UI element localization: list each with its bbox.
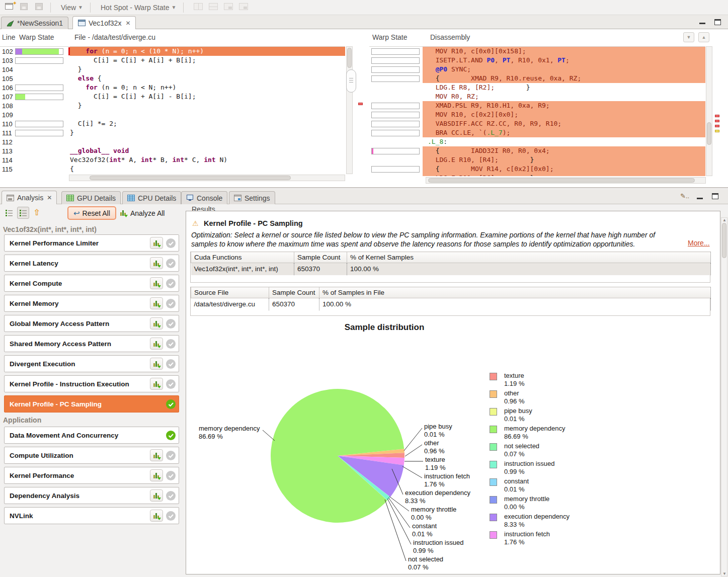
source-line-102[interactable]: 102 for (n = 0; n < (10 * N); n++) [0, 47, 345, 56]
reset-all-button[interactable]: ↩ Reset All [67, 206, 116, 220]
disasm-vscrollbar[interactable] [706, 46, 712, 176]
run-analysis-button[interactable] [150, 338, 163, 350]
tab-analysis[interactable]: Analysis ✕ [2, 191, 57, 204]
disasm-row[interactable]: MOV R0, RZ; [369, 92, 705, 101]
disasm-row[interactable]: VABSDIFF.ACC RZ.CC, R0, R9, R10; [369, 119, 705, 128]
view-menu[interactable]: View [61, 4, 76, 12]
column-header[interactable]: % of Samples in File [319, 287, 711, 298]
table-row[interactable]: /data/test/diverge.cu650370100.00 % [191, 298, 711, 310]
disasm-row[interactable]: MOV R10, c[0x2][0x0]; [369, 110, 705, 119]
split-vertical-icon[interactable] [194, 3, 204, 12]
source-line-111[interactable]: 111} [0, 128, 345, 137]
column-header[interactable]: Source File [191, 287, 269, 298]
source-line-106[interactable]: 106 for (n = 0; n < N; n++) [0, 83, 345, 92]
analysis-item-kernel-profile-pc-sampling[interactable]: Kernel Profile - PC Sampling [4, 395, 179, 413]
analysis-item-nvlink[interactable]: NVLink [4, 507, 179, 524]
run-analysis-button[interactable] [150, 469, 163, 481]
split-horizontal-icon[interactable] [209, 3, 219, 12]
disasm-prev-hotspot-button[interactable]: ▲ [698, 32, 709, 42]
run-analysis-button[interactable] [150, 510, 163, 522]
tab-cpu-details[interactable]: CPU Details [122, 191, 181, 204]
analysis-item-kernel-memory[interactable]: Kernel Memory [4, 295, 179, 312]
cuda-functions-table[interactable]: Cuda FunctionsSample Count% of Kernel Sa… [191, 252, 711, 275]
analyze-all-button[interactable]: Analyze All [115, 206, 169, 220]
run-analysis-button[interactable] [150, 489, 163, 502]
disasm-marker[interactable] [715, 125, 719, 127]
source-line-114[interactable]: 114Vec32of32(int* A, int* B, int* C, int… [0, 155, 345, 164]
more-link[interactable]: More... [688, 239, 710, 247]
source-code-view[interactable]: 102 for (n = 0; n < (10 * N); n++)103 C[… [0, 46, 345, 174]
tab-newsession[interactable]: *NewSession1 [1, 17, 68, 29]
run-analysis-button[interactable] [150, 378, 163, 390]
view-caret-icon[interactable]: ▼ [78, 5, 83, 10]
analysis-list-view-button[interactable] [3, 207, 15, 219]
disasm-row[interactable]: { IADD32I R0, R0, 0x4; [369, 146, 705, 155]
analysis-item-data-movement-and-concurrency[interactable]: Data Movement And Concurrency [4, 427, 179, 444]
tab-settings[interactable]: Settings [229, 191, 275, 204]
analysis-item-shared-memory-access-pattern[interactable]: Shared Memory Access Pattern [4, 335, 179, 352]
run-analysis-button[interactable] [150, 257, 163, 269]
column-header[interactable]: Sample Count [269, 287, 319, 298]
disasm-marker-yellow[interactable] [715, 130, 719, 132]
disasm-row[interactable]: XMAD.PSL R9, R10.H1, 0xa, R9; [369, 101, 705, 110]
overview-marker[interactable] [358, 103, 363, 105]
disasm-marker[interactable] [715, 115, 719, 117]
tab-vec1of32x[interactable]: Vec1of32x ✕ [72, 16, 136, 29]
disasm-row[interactable]: BRA CC.LE, `(.L_7); [369, 128, 705, 137]
restore-view-icon[interactable] [239, 3, 249, 12]
column-header[interactable]: % of Kernel Samples [347, 252, 711, 263]
analysis-item-global-memory-access-pattern[interactable]: Global Memory Access Pattern [4, 315, 179, 332]
table-row[interactable]: Vec1of32x(int*, int*, int*, int)65037010… [191, 263, 711, 275]
disasm-row[interactable]: LDG.E R8, [R2]; } [369, 83, 705, 92]
save-icon[interactable] [20, 3, 30, 12]
run-analysis-button[interactable] [150, 237, 163, 249]
source-line-112[interactable]: 112 [0, 137, 345, 146]
run-analysis-button[interactable] [150, 277, 163, 289]
analysis-tab-close-icon[interactable]: ✕ [47, 194, 52, 201]
source-line-109[interactable]: 109 [0, 110, 345, 119]
run-analysis-button[interactable] [150, 449, 163, 461]
minimize-editors-icon[interactable] [699, 19, 706, 25]
source-line-108[interactable]: 108 } [0, 101, 345, 110]
tab-console[interactable]: Console [181, 191, 227, 204]
column-header[interactable]: Cuda Functions [191, 252, 294, 263]
tab-close-icon[interactable]: ✕ [125, 20, 130, 27]
up-arrow-icon[interactable]: ⇧ [33, 207, 40, 218]
disasm-marker[interactable] [715, 120, 719, 122]
analysis-item-dependency-analysis[interactable]: Dependency Analysis [4, 487, 179, 504]
maximize-editors-icon[interactable] [714, 19, 721, 25]
analysis-item-kernel-latency[interactable]: Kernel Latency [4, 255, 179, 272]
disasm-row[interactable]: { XMAD R9, R10.reuse, 0xa, RZ; [369, 74, 705, 83]
analysis-item-kernel-compute[interactable]: Kernel Compute [4, 275, 179, 292]
run-analysis-button[interactable] [150, 358, 163, 370]
source-line-103[interactable]: 103 C[i] = C[i] + A[i] + B[i]; [0, 56, 345, 65]
source-line-105[interactable]: 105 else { [0, 74, 345, 83]
disasm-row[interactable]: LDG.E R10, [R4]; } [369, 155, 705, 164]
results-vscrollbar[interactable]: ▲ ▼ [721, 217, 727, 576]
pie-chart[interactable] [188, 319, 716, 573]
disasm-row[interactable]: { MOV R14, c[0x2][0x0]; [369, 164, 705, 174]
disasm-next-hotspot-button[interactable]: ▼ [683, 32, 694, 42]
editor-splitter-handle[interactable] [346, 69, 356, 93]
disasm-row[interactable]: MOV R10, c[0x0][0x158]; [369, 47, 705, 56]
analysis-item-divergent-execution[interactable]: Divergent Execution [4, 355, 179, 372]
analysis-item-kernel-profile-instruction-execution[interactable]: Kernel Profile - Instruction Execution [4, 375, 179, 392]
analysis-item-kernel-performance[interactable]: Kernel Performance [4, 467, 179, 484]
run-analysis-button[interactable] [150, 317, 163, 329]
tab-gpu-details[interactable]: GPU Details [61, 191, 121, 204]
analysis-item-kernel-performance-limiter[interactable]: Kernel Performance Limiter [4, 234, 179, 252]
disasm-row[interactable]: ISETP.LT.AND P0, PT, R10, 0x1, PT; [369, 56, 705, 65]
hotspot-caret-icon[interactable]: ▼ [171, 5, 176, 10]
maximize-view-icon[interactable] [224, 3, 234, 12]
analysis-item-compute-utilization[interactable]: Compute Utilization [4, 447, 179, 464]
disasm-row[interactable]: LDG.E R11, [R6]; } [369, 174, 705, 176]
run-analysis-button[interactable] [150, 297, 163, 309]
source-vscrollbar[interactable] [346, 46, 353, 174]
minimize-bottom-icon[interactable] [697, 194, 704, 200]
source-line-115[interactable]: 115{ [0, 164, 345, 174]
maximize-bottom-icon[interactable] [712, 193, 719, 199]
source-hscrollbar[interactable] [69, 175, 345, 181]
source-files-table[interactable]: Source FileSample Count% of Samples in F… [191, 287, 711, 310]
save-all-icon[interactable] [35, 3, 45, 12]
hotspot-dropdown[interactable]: Hot Spot - Warp State [101, 4, 169, 12]
